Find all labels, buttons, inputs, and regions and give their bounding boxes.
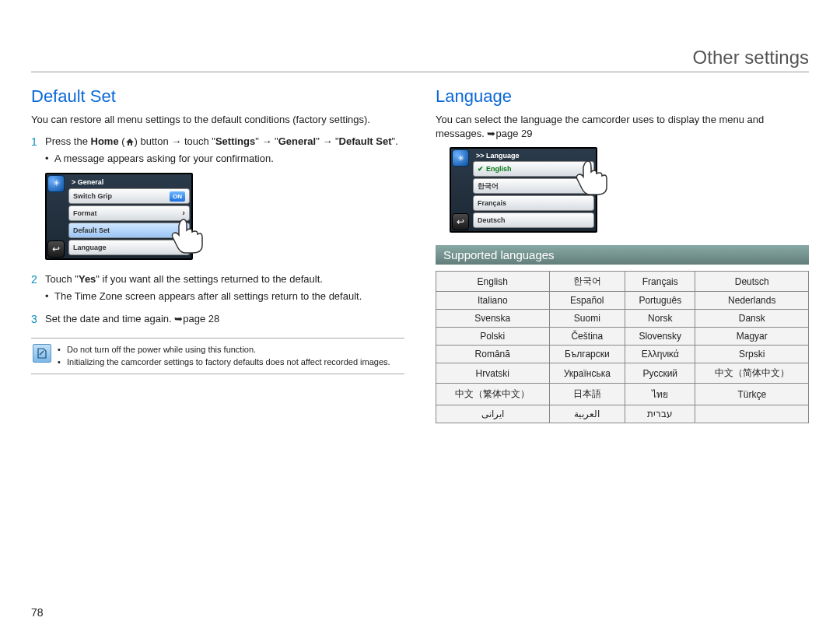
language-cell: [695, 405, 809, 423]
check-icon: ✔: [478, 165, 484, 173]
chevron-right-icon: ›: [182, 207, 185, 219]
lcd-row-format: Format ›: [68, 205, 190, 221]
language-cell: Polski: [436, 328, 550, 346]
crossref-icon: ➥: [487, 127, 495, 141]
supported-languages-heading: Supported languages: [436, 245, 809, 265]
lcd-language: ✳ ↩ >> Language ✔ English 한국어 Françai: [450, 147, 597, 233]
lcd-general: ✳ ↩ > General Switch Grip ON: [45, 173, 193, 261]
step1-bullet: A message appears asking for your confir…: [54, 152, 274, 166]
language-cell: Български: [549, 346, 625, 363]
language-cell: English: [436, 272, 550, 292]
arrow-icon: →: [261, 135, 271, 149]
bullet-dot: •: [45, 152, 54, 166]
note-1: Do not turn off the power while using th…: [67, 344, 256, 356]
language-cell: Norsk: [625, 310, 695, 328]
note-icon: [33, 344, 51, 363]
step3-text: Set the date and time again. ➥page 28: [45, 313, 219, 325]
language-cell: Slovensky: [625, 328, 695, 346]
language-cell: Français: [625, 272, 695, 292]
back-icon: ↩: [47, 240, 65, 258]
language-cell: Українська: [549, 363, 625, 384]
lcd2-breadcrumb: >> Language: [473, 150, 594, 161]
lcd1-breadcrumb: > General: [68, 176, 190, 189]
bullet-dot: •: [45, 289, 54, 303]
language-cell: Italiano: [436, 292, 550, 310]
language-table: English한국어FrançaisDeutschItalianoEspañol…: [436, 271, 809, 423]
lcd-row-korean: 한국어: [473, 178, 594, 194]
language-cell: Ελληνικά: [625, 346, 695, 363]
language-cell: Türkçe: [695, 384, 809, 405]
language-cell: ایرانی: [436, 405, 550, 423]
language-cell: עברית: [625, 405, 695, 423]
lcd-row-deutsch: Deutsch: [473, 212, 594, 228]
chevron-right-icon: ›: [182, 224, 185, 236]
home-icon: [125, 136, 135, 150]
language-cell: Nederlands: [695, 292, 809, 310]
intro-default-set: You can restore all menu settings to the…: [31, 113, 404, 127]
language-cell: Magyar: [695, 328, 809, 346]
language-cell: Română: [436, 346, 550, 363]
page-number: 78: [31, 606, 44, 619]
language-cell: ไทย: [625, 384, 695, 405]
language-cell: Čeština: [549, 328, 625, 346]
back-icon: ↩: [452, 213, 469, 230]
language-cell: Hrvatski: [436, 363, 550, 384]
step2-bullet: The Time Zone screen appears after all s…: [54, 289, 362, 303]
note-box: •Do not turn off the power while using t…: [31, 338, 404, 374]
heading-default-set: Default Set: [31, 86, 404, 107]
lcd-row-english: ✔ English: [473, 161, 594, 177]
left-column: Default Set You can restore all menu set…: [31, 86, 404, 423]
arrow-icon: →: [322, 135, 332, 149]
language-cell: Svenska: [436, 310, 550, 328]
language-cell: Deutsch: [695, 272, 809, 292]
language-cell: 中文（繁体中文）: [436, 384, 550, 405]
language-cell: Русский: [625, 363, 695, 384]
arrow-icon: →: [171, 135, 181, 149]
chevron-right-icon: ›: [182, 241, 185, 253]
language-cell: 中文（简体中文）: [695, 363, 809, 384]
step2-text: Touch "Yes" if you want all the settings…: [45, 273, 323, 285]
language-cell: العربية: [549, 405, 625, 423]
language-cell: Dansk: [695, 310, 809, 328]
step-number-3: 3: [31, 312, 45, 328]
language-cell: Srpski: [695, 346, 809, 363]
language-cell: Suomi: [549, 310, 625, 328]
page-title: Other settings: [31, 47, 809, 72]
language-cell: Español: [549, 292, 625, 310]
note-2: Initializing the camcorder settings to f…: [67, 356, 390, 368]
bullet-dot: •: [58, 356, 67, 368]
lcd-row-default-set: Default Set ›: [68, 223, 190, 238]
on-badge: ON: [170, 191, 185, 202]
globe-icon: ✳: [452, 149, 469, 167]
lcd-row-switch-grip: Switch Grip ON: [68, 188, 190, 204]
step-number-2: 2: [31, 272, 45, 288]
heading-language: Language: [436, 86, 809, 107]
intro-language: You can select the language the camcorde…: [436, 113, 809, 141]
right-column: Language You can select the language the…: [436, 86, 809, 423]
crossref-icon: ➥: [174, 312, 183, 326]
lcd-row-francais: Français: [473, 195, 594, 211]
globe-icon: ✳: [47, 175, 65, 192]
language-cell: Português: [625, 292, 695, 310]
step1-text: Press the Home () button → touch "Settin…: [45, 135, 398, 147]
lcd-row-language: Language ›: [68, 240, 190, 255]
language-cell: 日本語: [549, 384, 625, 405]
bullet-dot: •: [58, 344, 67, 356]
language-cell: 한국어: [549, 272, 625, 292]
step-number-1: 1: [31, 135, 45, 150]
